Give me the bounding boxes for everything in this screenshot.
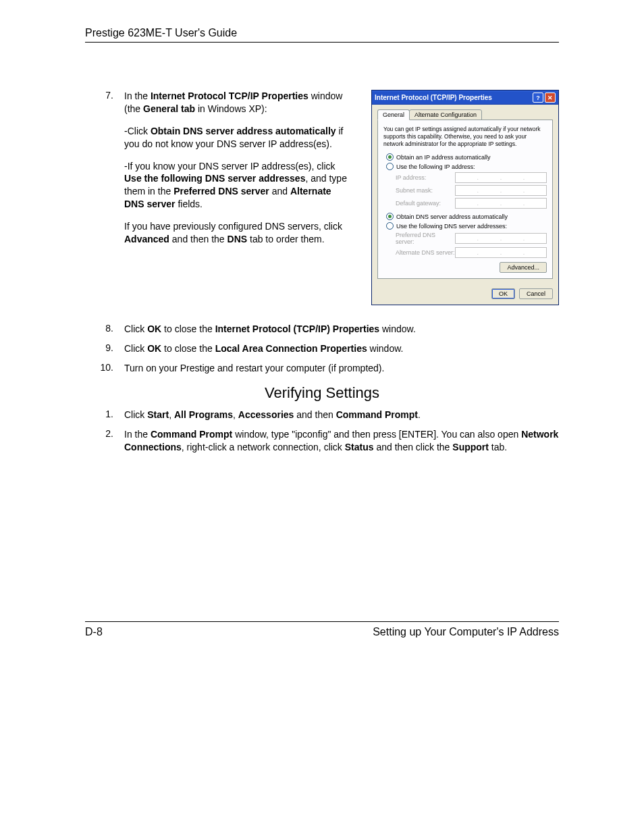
page-footer: D-8 Setting up Your Computer's IP Addres… — [85, 621, 559, 638]
step-number: 1. — [85, 409, 124, 421]
label-default-gateway: Default gateway: — [396, 200, 455, 207]
help-icon[interactable]: ? — [533, 93, 543, 103]
radio-obtain-ip-auto[interactable]: Obtain an IP address automatically — [386, 153, 547, 161]
section-title-verifying: Verifying Settings — [85, 384, 559, 402]
close-icon[interactable]: ✕ — [545, 93, 556, 103]
radio-use-following-ip[interactable]: Use the following IP address: — [386, 163, 547, 170]
step-number: 8. — [85, 323, 124, 336]
advanced-button[interactable]: Advanced... — [500, 262, 547, 273]
step-7-p2: -Click Obtain DNS server address automat… — [124, 125, 351, 151]
radio-obtain-dns-auto[interactable]: Obtain DNS server address automatically — [386, 213, 547, 220]
header-title: Prestige 623ME-T User's Guide — [85, 27, 237, 38]
subnet-mask-field: ... — [455, 185, 547, 196]
dialog-description: You can get IP settings assigned automat… — [383, 126, 547, 148]
tab-general[interactable]: General — [377, 109, 410, 120]
tab-alternate-configuration[interactable]: Alternate Configuration — [409, 109, 482, 120]
tcpip-properties-dialog: Internet Protocol (TCP/IP) Properties ? … — [371, 90, 559, 305]
step-7-p4: If you have previously configured DNS se… — [124, 220, 351, 246]
verify-step-2: 2. In the Command Prompt window, type "i… — [85, 428, 559, 454]
step-10: 10. Turn on your Prestige and restart yo… — [85, 362, 559, 375]
default-gateway-field: ... — [455, 198, 547, 209]
footer-page-number: D-8 — [85, 626, 103, 638]
dialog-titlebar[interactable]: Internet Protocol (TCP/IP) Properties ? … — [372, 90, 558, 105]
step-7-p1: In the Internet Protocol TCP/IP Properti… — [124, 90, 351, 115]
radio-use-following-dns[interactable]: Use the following DNS server addresses: — [386, 222, 547, 230]
step-number: 9. — [85, 342, 124, 355]
tab-panel-general: You can get IP settings assigned automat… — [377, 120, 553, 279]
step-8: 8. Click OK to close the Internet Protoc… — [85, 323, 559, 336]
preferred-dns-field: ... — [455, 233, 547, 244]
verify-step-1: 1. Click Start, All Programs, Accessorie… — [85, 409, 559, 421]
step-number: 2. — [85, 428, 124, 454]
step-7-p3: -If you know your DNS server IP address(… — [124, 160, 351, 211]
label-alternate-dns: Alternate DNS server: — [396, 249, 455, 256]
label-ip-address: IP address: — [396, 174, 455, 181]
radio-icon — [386, 153, 394, 161]
label-subnet-mask: Subnet mask: — [396, 187, 455, 194]
alternate-dns-field: ... — [455, 247, 547, 258]
label-preferred-dns: Preferred DNS server: — [396, 232, 455, 245]
page-header: Prestige 623ME-T User's Guide — [85, 27, 559, 43]
step-number: 10. — [85, 362, 124, 375]
footer-section-title: Setting up Your Computer's IP Address — [373, 626, 559, 638]
ip-address-field: ... — [455, 172, 547, 183]
radio-icon — [386, 213, 394, 220]
radio-icon — [386, 222, 394, 230]
step-number: 7. — [85, 90, 124, 246]
step-9: 9. Click OK to close the Local Area Conn… — [85, 342, 559, 355]
ok-button[interactable]: OK — [491, 288, 515, 299]
cancel-button[interactable]: Cancel — [519, 288, 553, 299]
dialog-title: Internet Protocol (TCP/IP) Properties — [375, 94, 531, 101]
step-7: 7. In the Internet Protocol TCP/IP Prope… — [85, 90, 351, 246]
radio-icon — [386, 163, 394, 170]
